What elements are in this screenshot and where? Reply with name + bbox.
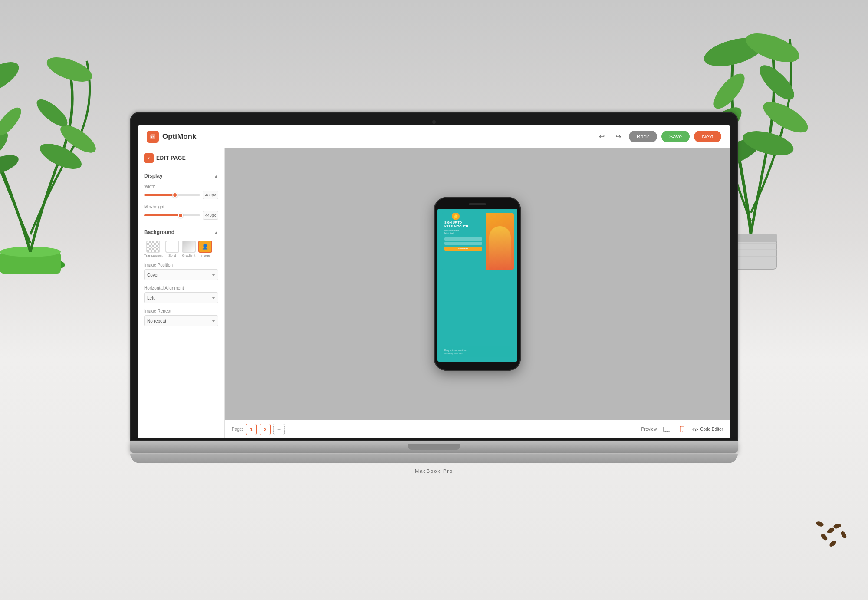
screen-bezel: O OptiMonk ↩ ↪ Back Save Next xyxy=(130,112,738,441)
screen-content: O OptiMonk ↩ ↪ Back Save Next xyxy=(138,125,730,438)
back-button[interactable]: Back xyxy=(629,131,657,142)
gradient-box xyxy=(182,241,196,253)
firstname-field xyxy=(444,237,482,241)
code-editor-label: Code Editor xyxy=(700,427,723,432)
laptop-bottom xyxy=(130,441,738,453)
undo-button[interactable]: ↩ xyxy=(596,131,608,143)
save-button[interactable]: Save xyxy=(661,131,690,142)
image-box: 👤 xyxy=(198,241,212,253)
transparent-label: Transparent xyxy=(144,254,163,257)
camera-notch xyxy=(432,120,436,124)
phone-speaker xyxy=(469,203,486,205)
background-options: Transparent Solid Gradient xyxy=(138,238,224,260)
page-label: Page: xyxy=(232,427,243,432)
code-editor-button[interactable]: Code Editor xyxy=(692,427,723,432)
phone-mockup: ⭐ SIGN UP TOKEEP IN TOUCH subscribe for … xyxy=(434,197,521,371)
transparent-box xyxy=(146,241,160,253)
canvas-workspace: ⭐ SIGN UP TOKEEP IN TOUCH subscribe for … xyxy=(225,148,730,420)
display-section-header[interactable]: Display ▲ xyxy=(138,168,224,181)
solid-label: Solid xyxy=(168,254,176,257)
popup-subtext: subscribe for thelatest deals xyxy=(444,230,482,235)
app-ui: O OptiMonk ↩ ↪ Back Save Next xyxy=(138,125,730,438)
image-position-control: Image Position Cover Contain Auto xyxy=(138,260,224,283)
popup-headline: SIGN UP TOKEEP IN TOUCH xyxy=(444,221,482,228)
svg-point-10 xyxy=(33,95,71,131)
min-height-slider-track[interactable] xyxy=(144,214,200,216)
bg-solid-option[interactable]: Solid xyxy=(165,241,179,257)
svg-rect-26 xyxy=(663,427,670,431)
sidebar-header: ‹ EDIT PAGE xyxy=(138,148,224,168)
image-position-select[interactable]: Cover Contain Auto xyxy=(144,269,218,280)
page-1-button[interactable]: 1 xyxy=(246,424,257,435)
image-repeat-select[interactable]: No repeat Repeat Repeat X Repeat Y xyxy=(144,315,218,326)
phone-screen: ⭐ SIGN UP TOKEEP IN TOUCH subscribe for … xyxy=(437,209,517,362)
popup-form: SUBSCRIBE xyxy=(444,237,482,251)
image-position-label: Image Position xyxy=(144,263,218,267)
min-height-input[interactable]: 440px xyxy=(203,211,218,220)
svg-line-32 xyxy=(695,428,696,431)
svg-point-19 xyxy=(759,96,812,138)
view-controls: Preview Code Editor xyxy=(641,424,723,435)
min-height-slider-thumb[interactable] xyxy=(178,213,183,218)
background-section-header[interactable]: Background ▲ xyxy=(138,225,224,238)
width-slider-container: 439px xyxy=(144,191,218,199)
width-slider-fill xyxy=(144,194,175,196)
image-label: Image xyxy=(201,254,210,257)
width-slider-thumb[interactable] xyxy=(172,192,178,198)
width-input[interactable]: 439px xyxy=(203,191,218,199)
top-bar: O OptiMonk ↩ ↪ Back Save Next xyxy=(138,125,730,148)
page-2-button[interactable]: 2 xyxy=(260,424,271,435)
desktop-view-button[interactable] xyxy=(661,424,672,435)
second-content-text: Easy opt – or turn them xyxy=(444,349,510,352)
macbook-brand: MacBook Pro xyxy=(415,468,453,474)
solid-box xyxy=(165,241,179,253)
main-area: ‹ EDIT PAGE Display ▲ Width xyxy=(138,148,730,438)
min-height-control: Min-height 440px xyxy=(138,202,224,222)
svg-point-3 xyxy=(0,56,23,100)
email-field xyxy=(444,242,482,245)
width-control: Width 439px xyxy=(138,181,224,202)
image-repeat-control: Image Repeat No repeat Repeat Repeat X R… xyxy=(138,306,224,329)
sidebar-back-button[interactable]: ‹ xyxy=(144,153,154,163)
min-height-slider-container: 440px xyxy=(144,211,218,220)
svg-point-31 xyxy=(682,431,683,432)
macbook: O OptiMonk ↩ ↪ Back Save Next xyxy=(130,112,738,463)
bottom-bar: Page: 1 2 + Preview xyxy=(225,420,730,438)
gradient-label: Gradient xyxy=(182,254,196,257)
second-content: Easy opt – or turn them into lifelong br… xyxy=(441,346,514,357)
horizontal-alignment-control: Horizontal Alignment Left Center Right xyxy=(138,283,224,306)
figure-silhouette xyxy=(489,226,511,270)
subscribe-button: SUBSCRIBE xyxy=(444,247,482,251)
horizontal-alignment-select[interactable]: Left Center Right xyxy=(144,292,218,303)
svg-point-9 xyxy=(0,104,25,139)
second-content-subtext: into lifelong brand allies xyxy=(444,353,510,355)
redo-button[interactable]: ↪ xyxy=(612,131,625,143)
min-height-slider-fill xyxy=(144,214,181,216)
width-slider-track[interactable] xyxy=(144,194,200,196)
bg-transparent-option[interactable]: Transparent xyxy=(144,241,163,257)
bg-image-option[interactable]: 👤 Image xyxy=(198,241,212,257)
page-nav: Page: 1 2 + xyxy=(232,424,285,435)
svg-point-23 xyxy=(754,60,799,105)
logo-text: OptiMonk xyxy=(162,132,196,141)
sidebar-title: EDIT PAGE xyxy=(156,155,186,161)
horizontal-alignment-label: Horizontal Alignment xyxy=(144,286,218,290)
add-page-button[interactable]: + xyxy=(273,424,285,435)
top-bar-actions: ↩ ↪ Back Save Next xyxy=(596,131,721,143)
display-chevron-icon: ▲ xyxy=(214,174,218,178)
popup-text-side: ⭐ SIGN UP TOKEEP IN TOUCH subscribe for … xyxy=(441,213,486,270)
sidebar: ‹ EDIT PAGE Display ▲ Width xyxy=(138,148,225,438)
background-section-label: Background xyxy=(144,229,174,235)
logo-area: O OptiMonk xyxy=(147,131,196,143)
laptop-notch xyxy=(408,444,460,450)
next-button[interactable]: Next xyxy=(694,131,721,142)
laptop-base: MacBook Pro xyxy=(130,454,738,463)
logo-icon: O xyxy=(147,131,159,143)
popup-image-side xyxy=(486,213,514,270)
bg-gradient-option[interactable]: Gradient xyxy=(182,241,196,257)
subscribe-button-text: SUBSCRIBE xyxy=(458,247,469,250)
popup-container: ⭐ SIGN UP TOKEEP IN TOUCH subscribe for … xyxy=(441,213,514,270)
min-height-label: Min-height xyxy=(144,204,218,209)
mobile-view-button[interactable] xyxy=(677,424,688,435)
width-label: Width xyxy=(144,184,218,189)
